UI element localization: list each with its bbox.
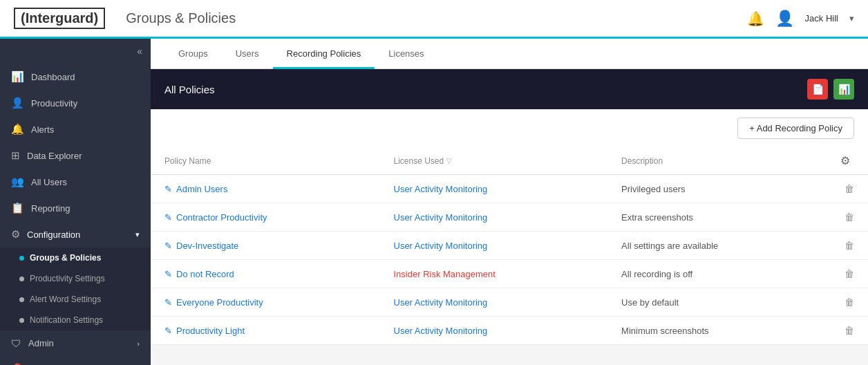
cell-policy-name-4: ✎ Everyone Productivity — [151, 288, 380, 317]
cell-policy-name-1: ✎ Contractor Productivity — [151, 203, 380, 232]
delete-button-3[interactable]: 🗑 — [845, 268, 854, 279]
notification-settings-dot — [19, 318, 24, 323]
policy-link-3[interactable]: ✎ Do not Record — [164, 269, 366, 279]
sidebar-item-reporting[interactable]: 📋 Reporting — [0, 195, 151, 221]
sidebar-collapse-button[interactable]: « — [137, 46, 142, 57]
policy-name-text-4: Everyone Productivity — [176, 297, 263, 308]
edit-icon-2[interactable]: ✎ — [164, 241, 172, 251]
user-avatar-icon[interactable]: 👤 — [775, 10, 794, 28]
tab-licenses[interactable]: Licenses — [375, 39, 437, 69]
cell-description-1: Extra screenshots — [607, 203, 827, 232]
delete-button-1[interactable]: 🗑 — [845, 212, 854, 223]
sidebar-item-configuration[interactable]: ⚙ Configuration ▾ — [0, 221, 151, 247]
sidebar-label-alerts: Alerts — [31, 124, 54, 135]
cell-policy-name-2: ✎ Dev-Investigate — [151, 232, 380, 260]
edit-icon-3[interactable]: ✎ — [164, 269, 172, 279]
delete-button-2[interactable]: 🗑 — [845, 240, 854, 251]
sidebar-item-alert-word-settings[interactable]: Alert Word Settings — [0, 289, 151, 310]
license-link-2[interactable]: User Activity Monitoring — [394, 241, 488, 251]
config-submenu: Groups & Policies Productivity Settings … — [0, 247, 151, 330]
tabs-bar: Groups Users Recording Policies Licenses — [151, 39, 868, 69]
tab-groups[interactable]: Groups — [164, 39, 222, 69]
policy-link-2[interactable]: ✎ Dev-Investigate — [164, 241, 366, 251]
dashboard-icon: 📊 — [11, 71, 24, 83]
cell-actions-1: 🗑 — [827, 203, 868, 232]
sidebar-item-dashboard[interactable]: 📊 Dashboard — [0, 64, 151, 90]
table-settings-icon[interactable]: ⚙ — [840, 155, 850, 167]
col-header-description: Description — [607, 147, 827, 175]
policy-name-text-2: Dev-Investigate — [176, 241, 238, 251]
export-excel-button[interactable]: 📊 — [833, 79, 854, 100]
productivity-icon: 👤 — [11, 97, 24, 109]
cell-description-0: Privileged users — [607, 175, 827, 203]
sidebar-item-productivity[interactable]: 👤 Productivity — [0, 90, 151, 116]
sidebar-item-data-explorer[interactable]: ⊞ Data Explorer — [0, 142, 151, 169]
sidebar-item-notification-settings[interactable]: Notification Settings — [0, 310, 151, 330]
license-link-1[interactable]: User Activity Monitoring — [394, 212, 488, 223]
main-layout: « 📊 Dashboard 👤 Productivity 🔔 Alerts ⊞ … — [0, 39, 868, 365]
sidebar-item-productivity-settings[interactable]: Productivity Settings — [0, 268, 151, 289]
export-pdf-button[interactable]: 📄 — [807, 79, 828, 100]
table-row: ✎ Dev-Investigate User Activity Monitori… — [151, 232, 868, 260]
edit-icon-4[interactable]: ✎ — [164, 297, 172, 308]
col-header-actions: ⚙ — [827, 147, 868, 175]
license-link-3[interactable]: Insider Risk Management — [394, 269, 496, 279]
user-chevron-icon[interactable]: ▾ — [849, 13, 854, 24]
banner-title: All Policies — [164, 84, 215, 95]
delete-button-5[interactable]: 🗑 — [845, 325, 854, 336]
cell-description-4: Use by default — [607, 288, 827, 317]
delete-button-4[interactable]: 🗑 — [845, 297, 854, 308]
page-title: Groups & Policies — [126, 10, 746, 26]
cell-license-4: User Activity Monitoring — [380, 288, 608, 317]
edit-icon-0[interactable]: ✎ — [164, 184, 172, 194]
sidebar-item-support[interactable]: ❓ Support › — [0, 356, 151, 365]
groups-policies-dot — [19, 256, 24, 261]
edit-icon-5[interactable]: ✎ — [164, 326, 172, 336]
sidebar-label-productivity: Productivity — [31, 98, 77, 109]
license-link-4[interactable]: User Activity Monitoring — [394, 297, 488, 308]
policy-link-4[interactable]: ✎ Everyone Productivity — [164, 297, 366, 308]
cell-actions-4: 🗑 — [827, 288, 868, 317]
alerts-icon: 🔔 — [11, 123, 24, 135]
license-link-5[interactable]: User Activity Monitoring — [394, 326, 488, 336]
sidebar-item-alerts[interactable]: 🔔 Alerts — [0, 116, 151, 142]
sidebar-collapse-area: « — [0, 39, 151, 64]
description-text-2: All settings are available — [621, 241, 718, 251]
edit-icon-1[interactable]: ✎ — [164, 212, 172, 223]
cell-policy-name-5: ✎ Productivity Light — [151, 317, 380, 345]
sidebar: « 📊 Dashboard 👤 Productivity 🔔 Alerts ⊞ … — [0, 39, 151, 365]
col-header-policy-name: Policy Name — [151, 147, 380, 175]
add-recording-policy-button[interactable]: + Add Recording Policy — [737, 118, 854, 139]
table-row: ✎ Do not Record Insider Risk Management … — [151, 260, 868, 288]
description-text-0: Privileged users — [621, 184, 686, 194]
tab-recording-policies[interactable]: Recording Policies — [273, 39, 375, 69]
policy-link-0[interactable]: ✎ Admin Users — [164, 184, 366, 194]
license-link-0[interactable]: User Activity Monitoring — [394, 184, 488, 194]
sidebar-item-admin[interactable]: 🛡 Admin › — [0, 330, 151, 356]
cell-description-2: All settings are available — [607, 232, 827, 260]
license-filter-icon[interactable]: ▽ — [446, 157, 452, 165]
configuration-icon: ⚙ — [11, 228, 20, 241]
cell-license-0: User Activity Monitoring — [380, 175, 608, 203]
tab-users[interactable]: Users — [222, 39, 273, 69]
notifications-icon[interactable]: 🔔 — [747, 10, 764, 27]
table-row: ✎ Everyone Productivity User Activity Mo… — [151, 288, 868, 317]
sidebar-item-groups-policies[interactable]: Groups & Policies — [0, 247, 151, 268]
admin-icon: 🛡 — [11, 337, 21, 349]
table-row: ✎ Contractor Productivity User Activity … — [151, 203, 868, 232]
policy-name-text-5: Productivity Light — [176, 326, 245, 336]
cell-actions-3: 🗑 — [827, 260, 868, 288]
delete-button-0[interactable]: 🗑 — [845, 183, 854, 194]
action-bar: + Add Recording Policy — [151, 109, 868, 147]
policy-link-1[interactable]: ✎ Contractor Productivity — [164, 212, 366, 223]
user-name[interactable]: Jack Hill — [805, 13, 838, 24]
sidebar-item-all-users[interactable]: 👥 All Users — [0, 169, 151, 195]
cell-license-1: User Activity Monitoring — [380, 203, 608, 232]
sidebar-label-admin: Admin — [28, 338, 54, 348]
policy-link-5[interactable]: ✎ Productivity Light — [164, 326, 366, 336]
reporting-icon: 📋 — [11, 202, 24, 214]
description-text-5: Minimum screenshots — [621, 326, 708, 336]
description-text-1: Extra screenshots — [621, 212, 693, 223]
cell-license-5: User Activity Monitoring — [380, 317, 608, 345]
policies-table: Policy Name License Used ▽ Description — [151, 147, 868, 345]
